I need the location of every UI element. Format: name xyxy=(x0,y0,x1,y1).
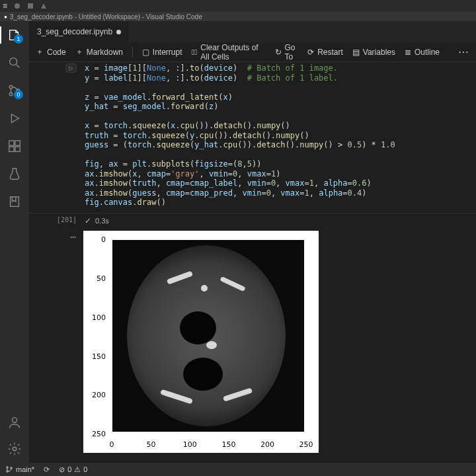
window-title-text: 3_seg_decoder.ipynb - Untitled (Workspac… xyxy=(10,13,202,20)
restart-icon: ⟳ xyxy=(307,48,314,57)
titlebar: ≡ xyxy=(0,0,476,12)
dirty-dot-icon: ● xyxy=(4,14,7,20)
sync-button[interactable]: ⟳ xyxy=(44,465,50,474)
plus-icon: ＋ xyxy=(75,46,83,58)
svg-point-0 xyxy=(15,3,20,9)
success-check-icon: ✓ xyxy=(85,216,91,225)
svg-marker-2 xyxy=(41,3,46,9)
cavity-1 xyxy=(180,311,216,344)
svg-rect-7 xyxy=(9,141,14,145)
hamburger-menu-icon[interactable]: ≡ xyxy=(3,1,7,11)
y-tick: 0 xyxy=(87,235,106,243)
y-tick: 250 xyxy=(87,429,106,438)
add-code-button[interactable]: ＋ Code xyxy=(36,46,66,58)
y-tick: 100 xyxy=(87,313,106,321)
ct-scan-image xyxy=(112,240,304,432)
accounts-icon[interactable] xyxy=(7,415,22,430)
x-tick: 250 xyxy=(299,440,313,449)
scm-badge: 0 xyxy=(14,90,23,99)
restart-button[interactable]: ⟳ Restart xyxy=(307,48,343,57)
branch-name: main* xyxy=(16,465,34,473)
rib-1 xyxy=(167,270,193,284)
add-code-label: Code xyxy=(47,48,66,57)
x-tick: 50 xyxy=(146,440,155,449)
y-tick: 200 xyxy=(87,391,106,399)
goto-icon: ↻ xyxy=(275,48,282,57)
explorer-icon[interactable]: 1 xyxy=(7,28,22,42)
cell-output: [201] ⋯ ✓ 0.3s xyxy=(29,213,476,458)
svg-rect-10 xyxy=(15,147,20,151)
app-icon-2 xyxy=(27,3,34,9)
variables-label: Variables xyxy=(363,48,395,57)
testing-icon[interactable] xyxy=(7,167,22,181)
rib-2 xyxy=(219,276,245,291)
stop-icon: ▢ xyxy=(142,48,149,57)
x-tick: 200 xyxy=(260,440,274,449)
svg-point-5 xyxy=(9,93,13,96)
body-cross-section xyxy=(127,245,286,426)
window-title: ● 3_seg_decoder.ipynb - Untitled (Worksp… xyxy=(0,12,476,21)
divider xyxy=(132,47,133,58)
search-icon[interactable] xyxy=(7,56,22,70)
extensions-icon[interactable] xyxy=(7,139,22,153)
error-count: 0 xyxy=(67,465,71,473)
outline-label: Outline xyxy=(415,48,440,57)
goto-button[interactable]: ↻ Go To xyxy=(275,43,299,61)
tab-notebook[interactable]: 3_seg_decoder.ipynb xyxy=(29,21,130,42)
run-cell-button[interactable]: ▷ xyxy=(65,63,77,73)
add-markdown-label: Markdown xyxy=(87,48,123,57)
notebook-toolbar: ＋ Code ＋ Markdown ▢ Interrupt �⃠ Clear O… xyxy=(29,42,476,62)
editor-area: 3_seg_decoder.ipynb ＋ Code ＋ Markdown ▢ … xyxy=(29,21,476,463)
gear-icon[interactable] xyxy=(7,442,22,456)
run-debug-icon[interactable] xyxy=(7,111,22,126)
add-markdown-button[interactable]: ＋ Markdown xyxy=(75,46,123,58)
output-gutter: [201] ⋯ xyxy=(29,214,81,458)
cell-gutter: ▷ xyxy=(29,62,81,213)
sync-icon: ⟳ xyxy=(44,465,50,474)
warning-count: 0 xyxy=(83,465,87,473)
outline-icon: ≣ xyxy=(405,48,411,57)
svg-point-14 xyxy=(7,467,9,469)
toolbar-more-icon[interactable]: ⋯ xyxy=(458,46,469,58)
tab-bar: 3_seg_decoder.ipynb xyxy=(29,21,476,42)
notebook-body[interactable]: ▷ x = image[1][None, :].to(device) # Bat… xyxy=(29,62,476,463)
x-tick: 0 xyxy=(110,440,114,449)
activity-bar: 1 0 xyxy=(0,21,29,463)
output-more-icon[interactable]: ⋯ xyxy=(71,231,77,242)
restart-label: Restart xyxy=(317,48,343,57)
error-icon: ⊘ xyxy=(59,465,65,474)
clear-outputs-button[interactable]: �⃠ Clear Outputs of All Cells xyxy=(192,43,266,61)
play-icon: ▷ xyxy=(69,65,73,71)
svg-point-13 xyxy=(13,447,17,451)
svg-point-12 xyxy=(12,418,17,422)
tab-filename: 3_seg_decoder.ipynb xyxy=(37,27,112,36)
output-status: ✓ 0.3s xyxy=(81,214,476,228)
run-time: 0.3s xyxy=(95,217,109,225)
execution-count: [201] xyxy=(57,216,77,223)
branch-icon xyxy=(5,465,13,473)
bone-2 xyxy=(201,285,208,292)
outline-button[interactable]: ≣ Outline xyxy=(405,48,440,57)
interrupt-button[interactable]: ▢ Interrupt xyxy=(142,48,182,57)
svg-rect-1 xyxy=(28,3,33,9)
variables-icon: ▤ xyxy=(352,48,360,57)
plus-icon: ＋ xyxy=(36,46,44,58)
bookmark-icon[interactable] xyxy=(7,194,22,209)
x-tick: 100 xyxy=(183,440,197,449)
y-tick: 150 xyxy=(87,352,106,360)
variables-button[interactable]: ▤ Variables xyxy=(352,48,395,57)
bone-1 xyxy=(206,341,217,349)
tab-dirty-icon xyxy=(116,30,121,34)
source-control-icon[interactable]: 0 xyxy=(7,83,22,98)
status-bar: main* ⟳ ⊘ 0 ⚠ 0 xyxy=(0,463,476,476)
app-icon-3 xyxy=(40,3,47,9)
code-editor[interactable]: x = image[1][None, :].to(device) # Batch… xyxy=(81,62,476,213)
problems[interactable]: ⊘ 0 ⚠ 0 xyxy=(59,465,87,474)
rib-3 xyxy=(160,389,193,404)
git-branch[interactable]: main* xyxy=(5,465,34,473)
y-tick: 50 xyxy=(87,274,106,282)
goto-label: Go To xyxy=(285,43,299,61)
interrupt-label: Interrupt xyxy=(153,48,182,57)
x-tick: 150 xyxy=(222,440,236,449)
svg-point-3 xyxy=(10,58,17,65)
